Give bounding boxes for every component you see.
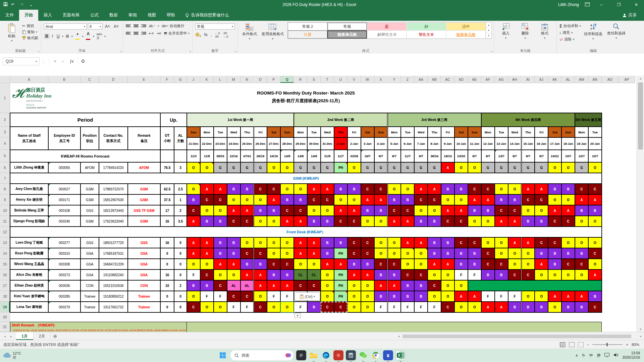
shift-lena-5-Jan[interactable]: F [388, 302, 401, 312]
forecast-7-Jan[interactable]: 9/7 [414, 150, 428, 162]
shift-henry-27-Dec[interactable]: A [267, 194, 280, 205]
styles-dialog-launcher[interactable]: ↘ [490, 50, 493, 53]
shift-henry-13-Jan[interactable]: B [495, 194, 508, 205]
staff-contact-amy[interactable]: 17889722570 [99, 184, 128, 194]
shift-rose-9-Jan[interactable]: B [441, 248, 454, 259]
restore-button[interactable]: ❐ [613, 0, 625, 9]
date-21-Dec[interactable]: 21-Dec [187, 137, 200, 150]
column-header-AD[interactable]: AD [454, 76, 468, 83]
date-3-Jan[interactable]: 3-Jan [361, 137, 374, 150]
tab-view[interactable]: 视图 [142, 10, 161, 21]
shift-ethan-31-Dec[interactable]: O [321, 280, 334, 291]
app-calculator-icon[interactable] [346, 350, 356, 360]
staff-remark-lilith[interactable]: AFOM [128, 162, 160, 173]
staff-position-lena[interactable]: Trainee [80, 302, 99, 312]
shift-belinda-8-Jan[interactable]: O [428, 205, 441, 216]
row-header-5[interactable]: 5 [0, 150, 10, 162]
forecast-3-Jan[interactable]: 16/7 [361, 150, 374, 162]
style-normal2[interactable]: 常规 2 [288, 22, 327, 31]
number-dialog-launcher[interactable]: ↘ [234, 50, 236, 53]
number-format-select[interactable]: 常规▾ [195, 23, 235, 29]
shift-alice-15-Jan[interactable]: C [522, 269, 535, 280]
column-header-AG[interactable]: AG [495, 76, 508, 83]
shift-kimi-27-Dec[interactable]: F [267, 291, 280, 302]
shift-lven-20-Jan[interactable]: O [588, 237, 602, 248]
shift-lilith-9-Jan[interactable]: A [441, 162, 454, 173]
shift-django-20-Jan[interactable]: O [588, 216, 602, 227]
shift-lven-1-Jan[interactable]: B [334, 237, 347, 248]
date-26-Dec[interactable]: 26-Dec [254, 137, 267, 150]
shift-kimi-26-Dec[interactable]: O [254, 291, 267, 302]
alignment-dialog-launcher[interactable]: ↘ [189, 50, 191, 53]
row-header-16[interactable]: 16 [0, 269, 10, 280]
shift-winni-25-Dec[interactable]: B [240, 259, 254, 269]
staff-contact-lilith[interactable]: 17784914220 [99, 162, 128, 173]
tab-formulas[interactable]: 公式 [85, 10, 104, 21]
shift-ethan-6-Jan[interactable]: B [401, 280, 414, 291]
day-name-30-Dec[interactable]: Tue [307, 127, 321, 137]
shift-django-15-Jan[interactable]: B [522, 216, 535, 227]
paste-button[interactable]: 粘贴▾ [2, 22, 21, 43]
shift-lilith-12-Jan[interactable]: G [481, 162, 495, 173]
shift-alice-18-Jan[interactable]: O [561, 269, 575, 280]
shift-rose-30-Dec[interactable]: A [307, 248, 321, 259]
shift-lilith-28-Dec[interactable]: O [280, 162, 294, 173]
select-all-corner[interactable] [0, 76, 10, 83]
shift-lilith-14-Jan[interactable]: G [508, 162, 522, 173]
date-31-Dec[interactable]: 31-Dec [321, 137, 334, 150]
shift-lven-26-Dec[interactable]: O [254, 237, 267, 248]
shift-lena-27-Dec[interactable]: O [267, 302, 280, 312]
day-name-2-Jan[interactable]: Fri [347, 127, 361, 137]
shift-lilith-31-Dec[interactable]: G [321, 162, 334, 173]
horizontal-scrollbar[interactable]: ◂ ▸ [396, 332, 644, 340]
shift-winni-12-Jan[interactable]: C [481, 259, 495, 269]
shift-kimi-7-Jan[interactable]: B [414, 291, 428, 302]
shift-kimi-3-Jan[interactable]: O [361, 291, 374, 302]
column-header-V[interactable]: V [347, 76, 361, 83]
shift-rose-8-Jan[interactable]: B [428, 248, 441, 259]
date-7-Jan[interactable]: 7-Jan [414, 137, 428, 150]
shift-lena-14-Jan[interactable]: B [508, 302, 522, 312]
shift-kimi-21-Dec[interactable]: O [187, 291, 200, 302]
borders-button[interactable]: ⊞ [64, 34, 70, 39]
staff-id-rose[interactable]: 000310 [48, 248, 80, 259]
shift-winni-13-Jan[interactable]: C [495, 259, 508, 269]
shift-lilith-6-Jan[interactable]: G [401, 162, 414, 173]
shift-winni-18-Jan[interactable]: C [561, 259, 575, 269]
zoom-level[interactable]: 80% [632, 343, 639, 347]
shift-amy-25-Dec[interactable]: B [240, 184, 254, 194]
shift-django-10-Jan[interactable]: C [454, 216, 468, 227]
row-header-21[interactable]: 21 [0, 322, 10, 332]
staff-contact-kimi[interactable]: 15180859212 [99, 291, 128, 302]
shift-kimi-28-Dec[interactable]: F [280, 291, 294, 302]
style-linked-cell[interactable]: 链接单元格 [446, 31, 486, 39]
shift-rose-13-Jan[interactable]: O [495, 248, 508, 259]
forecast-19-Jan[interactable]: 10/7 [575, 150, 588, 162]
shift-henry-10-Jan[interactable]: O [454, 194, 468, 205]
shift-belinda-28-Dec[interactable]: C [280, 205, 294, 216]
shift-alice-21-Dec[interactable]: F [187, 269, 200, 280]
scroll-thumb[interactable] [638, 82, 643, 149]
shift-henry-19-Jan[interactable]: A [575, 194, 588, 205]
shift-alice-28-Dec[interactable]: B [280, 269, 294, 280]
app-finance-icon[interactable]: ¥ [383, 350, 393, 360]
date-8-Jan[interactable]: 8-Jan [428, 137, 441, 150]
shift-belinda-19-Jan[interactable]: B [575, 205, 588, 216]
staff-al-lena[interactable]: 0 [174, 302, 187, 312]
shift-lven-22-Dec[interactable]: A [200, 237, 214, 248]
shift-amy-24-Dec[interactable]: B [227, 184, 240, 194]
shift-django-1-Jan[interactable]: C [334, 216, 347, 227]
shift-rose-21-Dec[interactable]: A [187, 248, 200, 259]
enter-icon[interactable]: ✓ [61, 59, 65, 64]
fill-color-button[interactable]: ◕ [74, 31, 81, 41]
shift-rose-27-Dec[interactable]: O [267, 248, 280, 259]
shift-ethan-5-Jan[interactable]: A [388, 280, 401, 291]
forecast-12-Jan[interactable]: 9/7 [481, 150, 495, 162]
ime-language-indicator[interactable]: 中 [589, 353, 593, 358]
staff-id-henry[interactable]: 000171 [48, 194, 80, 205]
close-button[interactable]: ✕ [631, 0, 642, 9]
shift-belinda-22-Dec[interactable]: O [200, 205, 214, 216]
shift-lven-9-Jan[interactable]: B [441, 237, 454, 248]
shift-lven-6-Jan[interactable]: A [401, 237, 414, 248]
shift-lilith-13-Jan[interactable]: G [495, 162, 508, 173]
